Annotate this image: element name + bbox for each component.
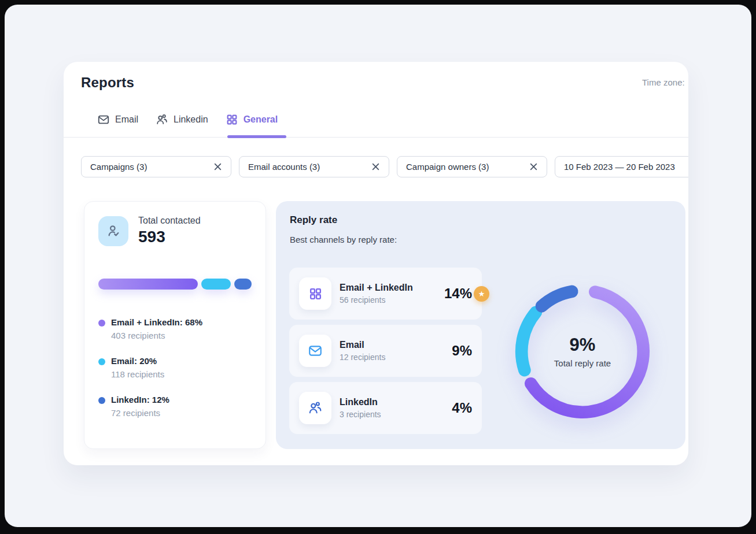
reply-rate-subtitle: Best channels by reply rate: xyxy=(290,235,397,244)
envelope-icon xyxy=(299,335,331,367)
best-channel-star-icon: ★ xyxy=(474,286,489,302)
total-contacted-card: Total contacted 593 Email + LinkedIn: 68… xyxy=(84,201,266,449)
device-frame: Reports Time zone: Email Linkedin xyxy=(0,0,756,534)
bar-segment-email-linkedin xyxy=(98,279,198,290)
reply-rate-title: Reply rate xyxy=(290,214,337,226)
channel-legend: Email + LinkedIn: 68% 403 recipients Ema… xyxy=(98,317,252,418)
envelope-icon xyxy=(97,113,110,126)
page-title: Reports xyxy=(81,75,134,91)
legend-label: LinkedIn: 12% xyxy=(111,395,252,405)
total-reply-rate-value: 9% xyxy=(570,335,596,355)
legend-item-email-linkedin: Email + LinkedIn: 68% 403 recipients xyxy=(98,317,252,340)
filter-chip-email-accounts[interactable]: Email accounts (3) xyxy=(239,156,389,177)
channel-distribution-bar xyxy=(98,279,252,290)
tab-bar: Email Linkedin General xyxy=(97,113,278,136)
legend-item-email: Email: 20% 118 recipients xyxy=(98,356,252,379)
date-range-picker[interactable]: 10 Feb 2023 — 20 Feb 2023 xyxy=(555,156,688,177)
user-check-icon xyxy=(98,216,128,246)
channel-row-email-linkedin: Email + LinkedIn 56 recipients 14% ★ xyxy=(289,268,482,320)
close-icon[interactable] xyxy=(371,162,380,171)
channel-rate: 4% xyxy=(452,400,472,416)
tab-email[interactable]: Email xyxy=(97,113,138,136)
filter-chip-label: Email accounts (3) xyxy=(248,162,320,172)
total-reply-rate-label: Total reply rate xyxy=(554,358,611,368)
channel-recipients: 12 recipients xyxy=(340,353,385,362)
channel-row-linkedin: LinkedIn 3 recipients 4% xyxy=(289,382,482,434)
total-contacted-value: 593 xyxy=(138,228,201,246)
grid-icon xyxy=(226,113,238,126)
legend-label: Email: 20% xyxy=(111,356,252,366)
legend-recipients: 403 recipients xyxy=(111,331,252,340)
channel-name: Email xyxy=(340,340,385,350)
users-icon xyxy=(156,113,168,126)
channel-row-email: Email 12 recipients 9% xyxy=(289,325,482,377)
channel-rate: 9% xyxy=(452,343,472,359)
legend-recipients: 72 recipients xyxy=(111,408,252,418)
filter-bar: Campaigns (3) Email accounts (3) Campaig… xyxy=(81,156,688,177)
users-icon xyxy=(299,392,331,424)
app-background: Reports Time zone: Email Linkedin xyxy=(5,5,751,527)
tab-linkedin-label: Linkedin xyxy=(174,114,208,125)
channel-name: Email + LinkedIn xyxy=(340,283,413,293)
legend-label: Email + LinkedIn: 68% xyxy=(111,317,252,327)
legend-recipients: 118 recipients xyxy=(111,369,252,379)
date-range-label: 10 Feb 2023 — 20 Feb 2023 xyxy=(564,162,675,172)
bar-segment-linkedin xyxy=(234,279,252,290)
tabs-divider xyxy=(64,137,688,138)
donut-center: 9% Total reply rate xyxy=(514,283,651,420)
tab-general[interactable]: General xyxy=(226,113,278,136)
active-tab-indicator xyxy=(227,135,286,138)
legend-dot-cyan xyxy=(98,358,105,365)
legend-item-linkedin: LinkedIn: 12% 72 recipients xyxy=(98,395,252,418)
filter-chip-label: Campaign owners (3) xyxy=(406,162,489,172)
channel-recipients: 56 recipients xyxy=(340,295,413,305)
filter-chip-label: Campaigns (3) xyxy=(90,162,147,172)
legend-dot-blue xyxy=(98,397,105,404)
tab-general-label: General xyxy=(244,114,278,125)
channel-name: LinkedIn xyxy=(340,397,381,407)
total-contacted-label: Total contacted xyxy=(138,216,201,226)
channel-rate: 14% xyxy=(444,285,472,302)
channel-rows: Email + LinkedIn 56 recipients 14% ★ Ema… xyxy=(289,268,482,434)
filter-chip-campaigns[interactable]: Campaigns (3) xyxy=(81,156,231,177)
reports-card: Reports Time zone: Email Linkedin xyxy=(64,62,688,465)
close-icon[interactable] xyxy=(213,162,222,171)
tab-linkedin[interactable]: Linkedin xyxy=(156,113,208,136)
grid-icon xyxy=(299,277,331,310)
bar-segment-email xyxy=(201,279,231,290)
reply-rate-panel: Reply rate Best channels by reply rate: … xyxy=(276,201,685,449)
close-icon[interactable] xyxy=(529,162,538,171)
reply-rate-donut-chart: 9% Total reply rate xyxy=(514,283,651,420)
filter-chip-campaign-owners[interactable]: Campaign owners (3) xyxy=(397,156,547,177)
legend-dot-purple xyxy=(98,320,105,327)
channel-recipients: 3 recipients xyxy=(340,410,381,419)
timezone-label: Time zone: xyxy=(642,77,685,87)
tab-email-label: Email xyxy=(115,114,138,125)
